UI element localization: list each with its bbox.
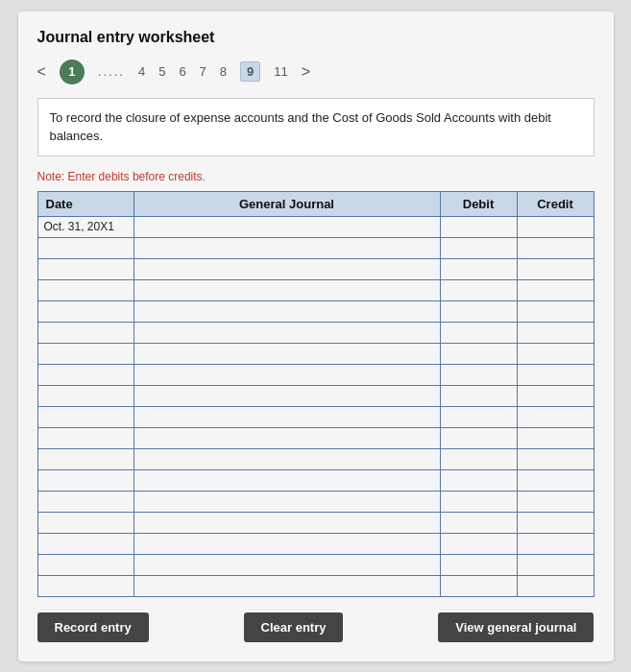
page-1-badge[interactable]: 1	[60, 60, 85, 84]
table-row	[37, 385, 594, 406]
table-row	[37, 237, 594, 258]
table-row	[37, 427, 594, 448]
table-row	[37, 343, 594, 364]
page-11-link[interactable]: 11	[274, 64, 287, 79]
table-row	[37, 258, 594, 279]
page-7-link[interactable]: 7	[200, 64, 206, 79]
pagination-row: < 1 ..... 4 5 6 7 8 9 11 >	[37, 60, 595, 84]
table-row	[37, 448, 594, 469]
table-row	[37, 279, 594, 300]
header-general-journal: General Journal	[133, 191, 440, 216]
page-title: Journal entry worksheet	[37, 29, 595, 46]
page-5-link[interactable]: 5	[158, 64, 165, 79]
table-row	[37, 364, 594, 385]
page-6-link[interactable]: 6	[179, 64, 185, 79]
prev-arrow[interactable]: <	[37, 63, 46, 81]
date-cell-1[interactable]: Oct. 31, 20X1	[37, 216, 133, 237]
journal-table: Date General Journal Debit Credit Oct. 3…	[37, 191, 595, 597]
debit-cell-2[interactable]	[440, 237, 517, 258]
header-date: Date	[37, 191, 133, 216]
clear-entry-button[interactable]: Clear entry	[244, 612, 344, 642]
table-row: Oct. 31, 20X1	[37, 216, 594, 237]
debit-cell-1[interactable]	[440, 216, 517, 237]
buttons-row: Record entry Clear entry View general jo…	[37, 612, 595, 642]
table-row	[37, 554, 594, 575]
page-9-link[interactable]: 9	[240, 61, 260, 82]
table-row	[37, 491, 594, 512]
page-8-link[interactable]: 8	[220, 64, 227, 79]
next-arrow[interactable]: >	[302, 63, 310, 81]
description-text: To record the closure of expense account…	[50, 110, 551, 144]
date-cell-2[interactable]	[37, 237, 133, 258]
table-row	[37, 575, 594, 596]
credit-cell-1[interactable]	[517, 216, 594, 237]
header-credit: Credit	[517, 191, 594, 216]
table-row	[37, 322, 594, 343]
table-row	[37, 533, 594, 554]
description-box: To record the closure of expense account…	[37, 98, 595, 156]
table-row	[37, 406, 594, 427]
page-container: Journal entry worksheet < 1 ..... 4 5 6 …	[18, 12, 614, 661]
table-row	[37, 469, 594, 491]
header-debit: Debit	[440, 191, 517, 216]
credit-cell-2[interactable]	[517, 237, 594, 258]
page-4-link[interactable]: 4	[138, 64, 145, 79]
view-general-journal-button[interactable]: View general journal	[438, 612, 594, 642]
note-text: Note: Enter debits before credits.	[37, 170, 595, 183]
table-row	[37, 300, 594, 322]
record-entry-button[interactable]: Record entry	[37, 612, 149, 642]
journal-cell-2[interactable]	[133, 237, 440, 258]
page-dots: .....	[98, 64, 125, 79]
table-row	[37, 512, 594, 533]
journal-cell-1[interactable]	[133, 216, 440, 237]
